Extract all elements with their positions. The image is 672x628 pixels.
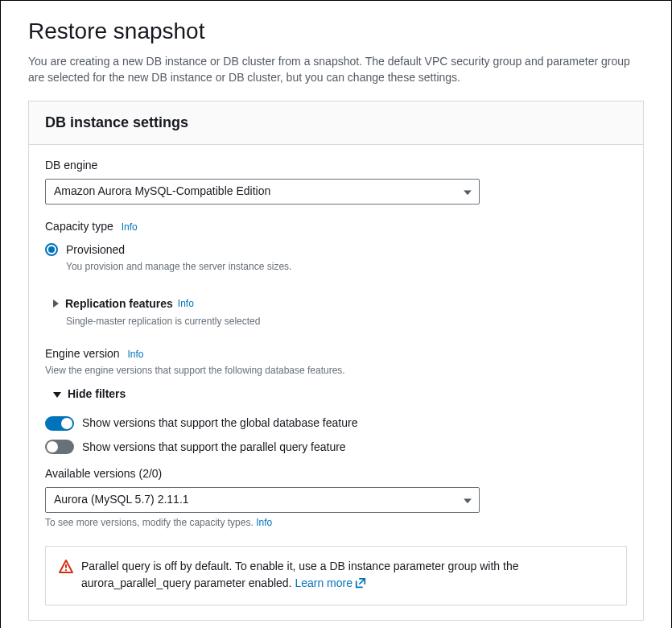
db-engine-selected-value: Amazon Aurora MySQL-Compatible Edition (54, 184, 270, 200)
provisioned-radio[interactable] (45, 243, 58, 256)
hide-filters-label: Hide filters (68, 386, 126, 403)
svg-point-1 (65, 569, 67, 571)
versions-hint: To see more versions, modify the capacit… (45, 516, 627, 530)
engine-version-label: Engine version Info (45, 346, 627, 362)
replication-features-expander[interactable]: Replication features Info (53, 296, 627, 312)
parallel-query-alert: Parallel query is off by default. To ena… (45, 546, 627, 605)
parallel-toggle-label: Show versions that support the parallel … (82, 440, 346, 456)
capacity-info-link[interactable]: Info (122, 221, 138, 233)
provisioned-helper: You provision and manage the server inst… (66, 260, 627, 274)
db-engine-label: DB engine (45, 158, 627, 174)
warning-triangle-icon (59, 560, 73, 579)
external-link-icon (355, 576, 366, 593)
db-engine-select[interactable]: Amazon Aurora MySQL-Compatible Edition (45, 179, 480, 205)
replication-title: Replication features (65, 296, 173, 312)
available-versions-select[interactable]: Aurora (MySQL 5.7) 2.11.1 (45, 487, 480, 513)
global-toggle-label: Show versions that support the global da… (82, 415, 357, 432)
available-versions-label: Available versions (2/0) (45, 466, 627, 482)
db-instance-settings-panel: DB instance settings DB engine Amazon Au… (28, 101, 644, 621)
panel-header: DB instance settings (29, 101, 643, 145)
page-description: You are creating a new DB instance or DB… (28, 53, 644, 86)
triangle-right-icon (53, 300, 59, 308)
hide-filters-toggle[interactable]: Hide filters (53, 386, 627, 403)
global-feature-toggle[interactable] (45, 416, 74, 431)
versions-hint-info-link[interactable]: Info (256, 517, 272, 528)
page-title: Restore snapshot (28, 15, 644, 47)
panel-title: DB instance settings (45, 113, 627, 133)
learn-more-link[interactable]: Learn more (295, 576, 366, 589)
capacity-type-label: Capacity type Info (45, 219, 627, 235)
available-version-selected: Aurora (MySQL 5.7) 2.11.1 (54, 492, 189, 508)
parallel-query-toggle[interactable] (45, 440, 74, 454)
engine-version-info-link[interactable]: Info (128, 349, 144, 360)
provisioned-label: Provisioned (66, 242, 627, 258)
replication-helper: Single-master replication is currently s… (66, 315, 627, 328)
replication-info-link[interactable]: Info (178, 297, 194, 311)
triangle-down-icon (53, 392, 61, 398)
engine-version-desc: View the engine versions that support th… (45, 364, 627, 378)
